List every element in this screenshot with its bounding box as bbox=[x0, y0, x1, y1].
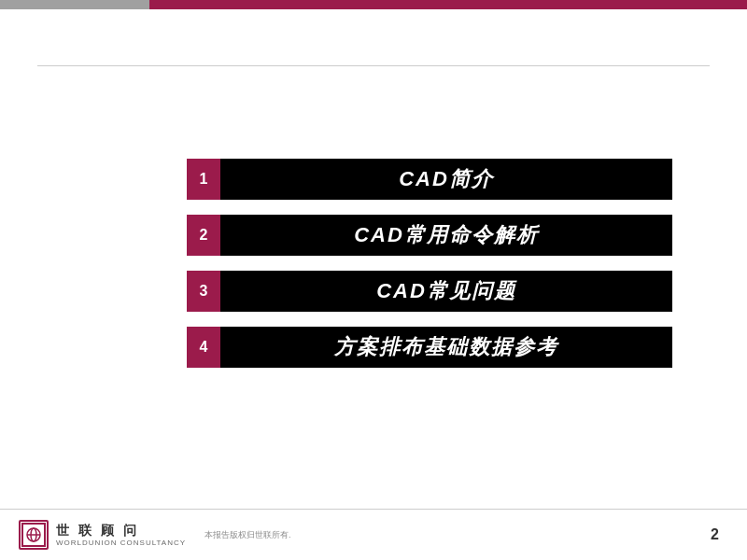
top-bar bbox=[0, 0, 747, 9]
menu-label-2: CAD常用命令解析 bbox=[220, 215, 672, 256]
divider-line bbox=[37, 65, 710, 66]
top-bar-red bbox=[149, 0, 747, 9]
logo-text: 世 联 顾 问 WorldUnion Consultancy bbox=[56, 523, 186, 547]
footer-logo: 世 联 顾 问 WorldUnion Consultancy bbox=[19, 520, 186, 550]
menu-row-2[interactable]: 2CAD常用命令解析 bbox=[187, 215, 672, 256]
menu-row-3[interactable]: 3CAD常见问题 bbox=[187, 271, 672, 312]
menu-number-1: 1 bbox=[187, 159, 220, 200]
logo-chinese: 世 联 顾 问 bbox=[56, 523, 186, 539]
main-content: 1CAD简介2CAD常用命令解析3CAD常见问题4方案排布基础数据参考 bbox=[187, 84, 672, 368]
menu-row-1[interactable]: 1CAD简介 bbox=[187, 159, 672, 200]
logo-icon bbox=[19, 520, 49, 550]
menu-row-4[interactable]: 4方案排布基础数据参考 bbox=[187, 327, 672, 368]
menu-number-2: 2 bbox=[187, 215, 220, 256]
menu-number-4: 4 bbox=[187, 327, 220, 368]
menu-label-4: 方案排布基础数据参考 bbox=[220, 327, 672, 368]
footer: 世 联 顾 问 WorldUnion Consultancy 本报告版权归世联所… bbox=[0, 509, 747, 560]
footer-page-number: 2 bbox=[711, 526, 719, 543]
menu-label-3: CAD常见问题 bbox=[220, 271, 672, 312]
logo-english: WorldUnion Consultancy bbox=[56, 539, 186, 548]
menu-label-1: CAD简介 bbox=[220, 159, 672, 200]
top-bar-gray bbox=[0, 0, 149, 9]
menu-number-3: 3 bbox=[187, 271, 220, 312]
footer-disclaimer: 本报告版权归世联所有. bbox=[204, 529, 711, 541]
